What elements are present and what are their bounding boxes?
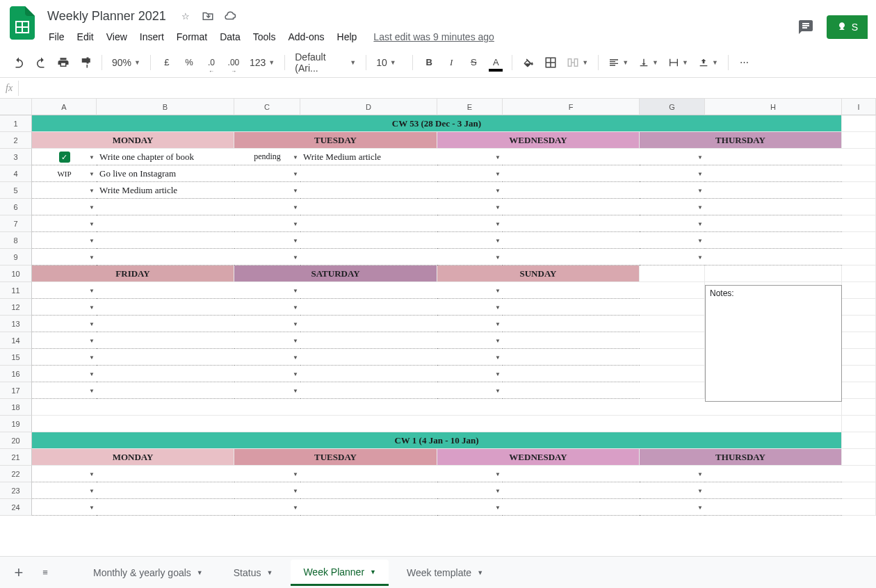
row-header[interactable]: 14	[0, 332, 32, 349]
task-cell[interactable]	[705, 215, 842, 232]
task-cell[interactable]	[705, 499, 842, 516]
status-cell[interactable]: ▼	[32, 232, 97, 249]
status-cell[interactable]: ▼	[640, 182, 705, 199]
task-cell[interactable]	[97, 332, 234, 349]
chevron-down-icon[interactable]: ▼	[293, 204, 298, 210]
last-edit-link[interactable]: Last edit was 9 minutes ago	[373, 31, 494, 42]
status-cell[interactable]: ▼	[437, 499, 503, 516]
document-title[interactable]: Weekly Planner 2021	[43, 8, 170, 25]
formula-input[interactable]	[22, 83, 870, 93]
comments-icon[interactable]	[796, 17, 816, 37]
menu-insert[interactable]: Insert	[134, 28, 170, 45]
status-cell[interactable]: ▼	[32, 332, 97, 349]
task-cell[interactable]	[97, 199, 234, 215]
task-cell[interactable]	[97, 466, 234, 482]
chevron-down-icon[interactable]: ▼	[495, 387, 501, 393]
add-sheet-button[interactable]: +	[8, 562, 29, 583]
day-header-monday[interactable]: MONDAY	[32, 132, 234, 149]
chevron-down-icon[interactable]: ▼	[495, 354, 501, 360]
task-cell[interactable]	[705, 165, 842, 182]
chevron-down-icon[interactable]: ▼	[697, 204, 703, 210]
italic-button[interactable]: I	[441, 52, 462, 73]
cell[interactable]	[32, 416, 842, 432]
task-cell[interactable]	[503, 499, 640, 516]
chevron-down-icon[interactable]: ▼	[495, 337, 501, 343]
task-cell[interactable]	[300, 332, 437, 349]
row-header[interactable]: 24	[0, 499, 32, 516]
chevron-down-icon[interactable]: ▼	[293, 187, 298, 193]
status-cell[interactable]: ▼	[234, 282, 300, 299]
row-header[interactable]: 17	[0, 382, 32, 399]
row-header[interactable]: 1	[0, 115, 32, 132]
chevron-down-icon[interactable]: ▼	[697, 237, 703, 243]
day-header-tuesday[interactable]: TUESDAY	[234, 449, 437, 466]
chevron-down-icon[interactable]: ▼	[89, 471, 95, 477]
status-cell[interactable]: ▼	[32, 249, 97, 266]
task-cell[interactable]	[300, 382, 437, 399]
chevron-down-icon[interactable]: ▼	[293, 237, 298, 243]
status-cell[interactable]: ▼	[437, 249, 503, 266]
task-cell[interactable]: Write Medium article	[97, 182, 234, 199]
task-cell[interactable]	[503, 349, 640, 366]
task-cell[interactable]	[300, 466, 437, 482]
status-cell[interactable]: ▼	[437, 282, 503, 299]
cell[interactable]	[842, 232, 876, 249]
chevron-down-icon[interactable]: ▼	[89, 387, 95, 393]
cell[interactable]	[842, 182, 876, 199]
row-header[interactable]: 19	[0, 416, 32, 432]
chevron-down-icon[interactable]: ▼	[293, 320, 298, 327]
row-header[interactable]: 21	[0, 449, 32, 466]
status-cell[interactable]: ▼	[437, 316, 503, 332]
chevron-down-icon[interactable]: ▼	[293, 154, 298, 160]
task-cell[interactable]	[503, 182, 640, 199]
menu-file[interactable]: File	[43, 28, 70, 45]
task-cell[interactable]	[97, 299, 234, 316]
cell[interactable]	[842, 149, 876, 165]
status-cell[interactable]: ▼	[640, 149, 705, 165]
status-cell[interactable]: ▼	[32, 466, 97, 482]
select-all-corner[interactable]	[0, 99, 32, 115]
status-cell[interactable]: ▼	[640, 499, 705, 516]
status-cell[interactable]: ▼	[640, 466, 705, 482]
chevron-down-icon[interactable]: ▼	[293, 354, 298, 360]
task-cell[interactable]	[97, 499, 234, 516]
strikethrough-button[interactable]: S	[463, 52, 484, 73]
format-dropdown[interactable]: 123▼	[245, 57, 279, 68]
task-cell[interactable]	[503, 299, 640, 316]
day-header-wednesday[interactable]: WEDNESDAY	[437, 449, 640, 466]
chevron-down-icon[interactable]: ▼	[495, 287, 501, 293]
cell[interactable]	[842, 416, 876, 432]
task-cell[interactable]	[503, 316, 640, 332]
chevron-down-icon[interactable]: ▼	[89, 220, 95, 227]
chevron-down-icon[interactable]: ▼	[89, 487, 95, 493]
chevron-down-icon[interactable]: ▼	[697, 254, 703, 260]
chevron-down-icon[interactable]: ▼	[89, 204, 95, 210]
chevron-down-icon[interactable]: ▼	[89, 287, 95, 293]
status-cell[interactable]: ▼	[32, 482, 97, 499]
task-cell[interactable]	[97, 282, 234, 299]
h-align-button[interactable]: ▼	[604, 57, 633, 68]
task-cell[interactable]	[300, 199, 437, 215]
status-cell[interactable]: ▼	[437, 299, 503, 316]
chevron-down-icon[interactable]: ▼	[697, 154, 703, 160]
cell[interactable]	[842, 115, 876, 132]
status-cell[interactable]: ▼	[234, 382, 300, 399]
col-header[interactable]: H	[705, 99, 842, 115]
status-cell[interactable]: ▼	[234, 232, 300, 249]
cell[interactable]	[842, 282, 876, 299]
chevron-down-icon[interactable]: ▼	[89, 370, 95, 377]
task-cell[interactable]	[300, 232, 437, 249]
wrap-button[interactable]: ▼	[664, 57, 692, 68]
status-cell[interactable]: ▼	[437, 349, 503, 366]
status-cell[interactable]: ▼	[437, 199, 503, 215]
cell[interactable]	[640, 332, 705, 349]
status-cell[interactable]: ▼	[32, 382, 97, 399]
col-header[interactable]: F	[503, 99, 640, 115]
cell[interactable]	[842, 332, 876, 349]
row-header[interactable]: 13	[0, 316, 32, 332]
sheet-tab-active[interactable]: Week Planner▼	[291, 560, 389, 586]
task-cell[interactable]	[705, 249, 842, 266]
sheets-logo[interactable]	[8, 6, 36, 40]
task-cell[interactable]	[300, 349, 437, 366]
status-cell[interactable]: ▼	[437, 215, 503, 232]
